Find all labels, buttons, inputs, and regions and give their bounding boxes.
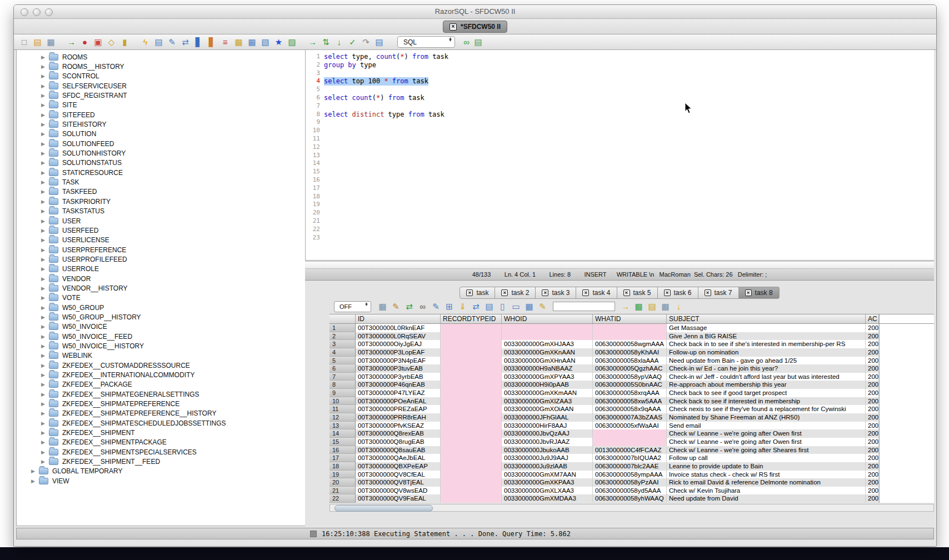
grid-cell[interactable]: 00T3000000P3LopEAF (356, 348, 441, 357)
edit-cell-icon[interactable]: ✎ (430, 301, 442, 312)
grid-cell[interactable] (441, 454, 502, 462)
grid-cell[interactable]: 00T3000000P3tuvEAB (356, 364, 441, 373)
sync-table-icon[interactable]: ⇄ (470, 301, 482, 312)
result-tab-task-5[interactable]: ×task 5 (617, 287, 658, 299)
grid-cell[interactable]: 0033000000H9i0pAAB (502, 381, 593, 389)
sidebar-item-w50_group__history[interactable]: ▶W50_GROUP__HISTORY (17, 312, 305, 322)
disclosure-triangle-icon[interactable]: ▶ (41, 449, 48, 455)
sidebar-item-scontrol[interactable]: ▶SCONTROL (17, 72, 305, 81)
script-results-icon[interactable]: ▤ (646, 301, 658, 312)
open-file-icon[interactable]: ▤ (32, 36, 43, 48)
grid-cell[interactable]: 0033000000JbukoAAB (502, 446, 593, 454)
grid-cell[interactable] (441, 357, 502, 365)
grid-cell[interactable]: 0033000000GmXIZAA3 (502, 397, 593, 406)
grid-cell[interactable]: Need update from Bain - gave go ahead 1/… (667, 357, 866, 365)
grid-hscrollbar[interactable] (329, 504, 934, 512)
tab-close-icon[interactable]: × (542, 289, 548, 296)
grid-cell[interactable]: 200 (866, 397, 879, 406)
filter-icon[interactable]: ✎ (390, 301, 402, 312)
column-header-id[interactable]: ID (356, 314, 441, 323)
grid-cell[interactable]: 0033000000GmXMDAA3 (502, 494, 593, 503)
editor-line[interactable]: 7 (306, 102, 934, 111)
editor-line[interactable]: 12 (306, 143, 934, 152)
grid-cell[interactable]: 0033000000H9aNBAAZ (502, 364, 593, 373)
grid-cell[interactable]: 00T3000000QV8wsEAD (356, 487, 441, 495)
column-header-subject[interactable]: SUBJECT (667, 314, 866, 323)
grid-cell[interactable]: 0033000000GmXKnAAN (502, 348, 593, 357)
grid-cell[interactable] (441, 446, 502, 454)
disclosure-triangle-icon[interactable]: ▶ (41, 295, 48, 301)
row-number-cell[interactable]: 4 (329, 348, 356, 357)
grid-cell[interactable]: 00T3000000QBXPeEAP (356, 462, 441, 471)
grid-cell[interactable]: 0033000000GmXLXAA3 (502, 487, 593, 495)
sidebar-item-zkfedex__internationalcommodity[interactable]: ▶ZKFEDEX__INTERNATIONALCOMMODITY (17, 370, 305, 379)
grid-cell[interactable]: 0033000000HirF8AAJ (502, 422, 593, 430)
sidebar-item-zkfedex__customaddresssource[interactable]: ▶ZKFEDEX__CUSTOMADDRESSSOURCE (17, 361, 305, 370)
new-object-icon[interactable]: ◇ (106, 36, 117, 48)
grid-cell[interactable]: 0033000000GmXKmAAN (502, 389, 593, 397)
disclosure-triangle-icon[interactable]: ▶ (41, 141, 48, 147)
editor-line[interactable]: 1select type, count(*) from task (306, 53, 934, 61)
grid-cell[interactable] (441, 397, 502, 406)
disclosure-triangle-icon[interactable]: ▶ (41, 430, 48, 436)
row-number-cell[interactable]: 8 (329, 381, 356, 389)
grid-cell[interactable]: Invoice status check - check w/ RS first (667, 471, 866, 479)
table-row[interactable]: 100T3000000L0RknEAFGet Massage200 (329, 324, 934, 332)
table-row[interactable]: 1300T3000000PfvKSEAZ0033000000HirF8AAJ00… (329, 422, 934, 430)
disclosure-triangle-icon[interactable]: ▶ (41, 266, 48, 272)
grid-cell[interactable]: 006300000058yKhAAI (593, 348, 667, 357)
editor-line[interactable]: 23 (306, 234, 934, 242)
result-tab-task-2[interactable]: ×task 2 (495, 287, 536, 299)
result-tab-task[interactable]: ×task (459, 287, 495, 299)
sidebar-item-vendor[interactable]: ▶VENDOR (17, 274, 305, 283)
grid-cell[interactable]: 00T3000000OiyJgEAJ (356, 340, 441, 348)
sidebar-item-rooms__history[interactable]: ▶ROOMS__HISTORY (17, 62, 305, 71)
table-row[interactable]: 1200T3000000PRR8rEAH0033000000JFhGlAAL00… (329, 413, 934, 422)
grid-cell[interactable] (441, 389, 502, 397)
table-row[interactable]: 600T3000000P3tuvEAB0033000000H9aNBAAZ006… (329, 364, 934, 373)
disclosure-triangle-icon[interactable]: ▶ (41, 64, 48, 69)
grid-cell[interactable]: 00630000007bIQUAA2 (593, 454, 667, 462)
disclosure-triangle-icon[interactable]: ▶ (41, 314, 48, 320)
disclosure-triangle-icon[interactable]: ▶ (41, 353, 48, 358)
sidebar-item-userprofilefeed[interactable]: ▶USERPROFILEFEED (17, 254, 305, 264)
sidebar-item-vendor__history[interactable]: ▶VENDOR__HISTORY (17, 283, 305, 293)
edit-sql-icon[interactable]: ✎ (166, 36, 178, 48)
grid-cell[interactable]: 006300000058xrqAAA (593, 389, 667, 397)
disclosure-triangle-icon[interactable]: ▶ (41, 324, 48, 329)
disclosure-triangle-icon[interactable]: ▶ (41, 160, 48, 166)
grid-cell[interactable]: 00T3000000L0RknEAF (356, 324, 441, 332)
grid-cell[interactable]: 006300000058ypVAAQ (593, 373, 667, 381)
execute-all-icon[interactable]: ▤ (153, 36, 164, 48)
editor-line[interactable]: 10 (306, 127, 934, 135)
disclosure-triangle-icon[interactable]: ▶ (41, 439, 48, 445)
copy-rows-icon[interactable]: ▭ (510, 301, 522, 312)
grid-cell[interactable]: 00T3000000L0RqSEAV (356, 332, 441, 341)
sidebar-item-site[interactable]: ▶SITE (17, 101, 305, 110)
grid-cell[interactable]: 200 (866, 381, 879, 389)
grid-cell[interactable]: Check w/ Leanne - we're going after Owen… (667, 438, 866, 446)
row-number-cell[interactable]: 22 (329, 494, 356, 503)
editor-line[interactable]: 21 (306, 217, 934, 226)
row-number-cell[interactable]: 7 (329, 373, 356, 381)
editor-line[interactable]: 16 (306, 176, 934, 184)
sidebar-item-userfeed[interactable]: ▶USERFEED (17, 226, 305, 235)
sidebar-item-taskfeed[interactable]: ▶TASKFEED (17, 187, 305, 197)
view-export-icon[interactable]: ∞ (461, 36, 472, 48)
disclosure-triangle-icon[interactable]: ▶ (41, 83, 48, 89)
row-number-cell[interactable]: 5 (329, 357, 356, 365)
sidebar-item-solutionstatus[interactable]: ▶SOLUTIONSTATUS (17, 158, 305, 168)
sidebar-item-taskstatus[interactable]: ▶TASKSTATUS (17, 207, 305, 216)
editor-line[interactable]: 22 (306, 226, 934, 234)
disclosure-triangle-icon[interactable]: ▶ (41, 228, 48, 233)
sidebar-item-solutionhistory[interactable]: ▶SOLUTIONHISTORY (17, 148, 305, 158)
document-tab[interactable]: × *SFDCW50 II (443, 21, 507, 33)
sidebar-item-userlicense[interactable]: ▶USERLICENSE (17, 236, 305, 245)
grid-cell[interactable]: 00T3000000P46qnEAB (356, 381, 441, 389)
row-number-cell[interactable]: 10 (329, 397, 356, 406)
table-row[interactable]: 1500T3000000Q8rugEAB0033000000JbvRJAAZCh… (329, 438, 934, 446)
editor-hscrollbar[interactable] (305, 261, 934, 269)
sidebar-item-view[interactable]: ▶VIEW (17, 476, 305, 486)
grid-cell[interactable]: Re-approach about membership this year (667, 381, 866, 389)
grid-cell[interactable] (441, 381, 502, 389)
